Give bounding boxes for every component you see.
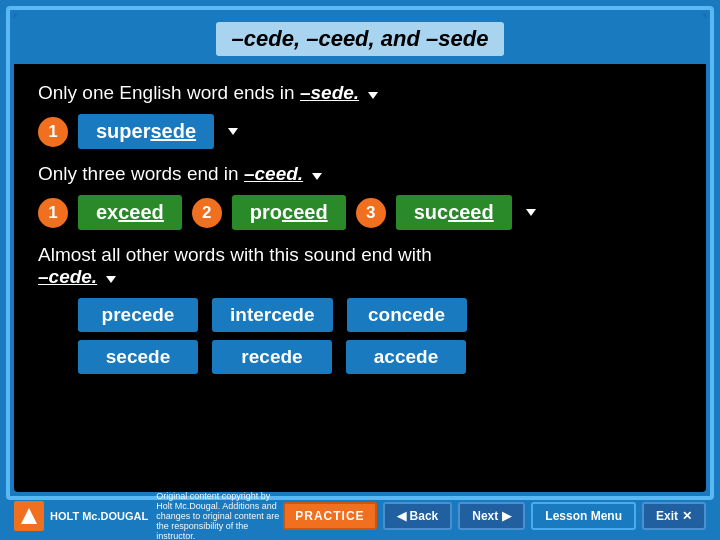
lesson-menu-button[interactable]: Lesson Menu (531, 502, 636, 530)
word-recede: recede (212, 340, 332, 374)
section1-words: 1 supersede (38, 114, 682, 149)
section-ceed: Only three words end in –ceed. 1 exceed … (38, 163, 682, 230)
section3-text: Almost all other words with this sound e… (38, 244, 682, 288)
arrow-icon-4 (526, 209, 536, 216)
word-accede: accede (346, 340, 466, 374)
next-button[interactable]: Next ▶ (458, 502, 525, 530)
section-cede: Almost all other words with this sound e… (38, 244, 682, 374)
word-exceed: exceed (78, 195, 182, 230)
section2-text: Only three words end in –ceed. (38, 163, 682, 185)
word-secede: secede (78, 340, 198, 374)
suffix-cede: –cede. (38, 266, 97, 287)
word-concede: concede (347, 298, 467, 332)
section2-words: 1 exceed 2 proceed 3 succeed (38, 195, 682, 230)
arrow-icon (368, 92, 378, 99)
section1-text: Only one English word ends in –sede. (38, 82, 682, 104)
suffix-sede: –sede. (300, 82, 359, 103)
holt-icon (14, 501, 44, 531)
word-intercede: intercede (212, 298, 333, 332)
word-supersede: supersede (78, 114, 214, 149)
arrow-icon-2 (228, 128, 238, 135)
number-badge-2b: 2 (192, 198, 222, 228)
suffix-ceed: –ceed. (244, 163, 303, 184)
next-arrow-icon: ▶ (502, 509, 511, 523)
exit-button[interactable]: Exit ✕ (642, 502, 706, 530)
holt-logo: HOLT Mc.DOUGAL (14, 501, 148, 531)
word-succeed: succeed (396, 195, 512, 230)
holt-svg-icon (19, 506, 39, 526)
section-sede: Only one English word ends in –sede. 1 s… (38, 82, 682, 149)
word-precede: precede (78, 298, 198, 332)
practice-button[interactable]: PRACTICE (283, 502, 376, 530)
back-button[interactable]: ◀ Back (383, 502, 453, 530)
cede-row-2: secede recede accede (78, 340, 682, 374)
nav-buttons: PRACTICE ◀ Back Next ▶ Lesson Menu Exit … (283, 502, 706, 530)
back-arrow-icon: ◀ (397, 509, 406, 523)
holt-brand-text: HOLT Mc.DOUGAL (50, 510, 148, 522)
number-badge-2c: 3 (356, 198, 386, 228)
word-proceed: proceed (232, 195, 346, 230)
page-title: –cede, –ceed, and –sede (216, 22, 505, 56)
number-badge-2a: 1 (38, 198, 68, 228)
arrow-icon-3 (312, 173, 322, 180)
bottom-bar: HOLT Mc.DOUGAL Original content copyrigh… (6, 498, 714, 534)
number-badge-1: 1 (38, 117, 68, 147)
copyright-text: Original content copyright by Holt Mc.Do… (156, 491, 283, 540)
exit-x-icon: ✕ (682, 509, 692, 523)
cede-row-1: precede intercede concede (78, 298, 682, 332)
arrow-icon-5 (106, 276, 116, 283)
svg-marker-0 (21, 508, 37, 524)
